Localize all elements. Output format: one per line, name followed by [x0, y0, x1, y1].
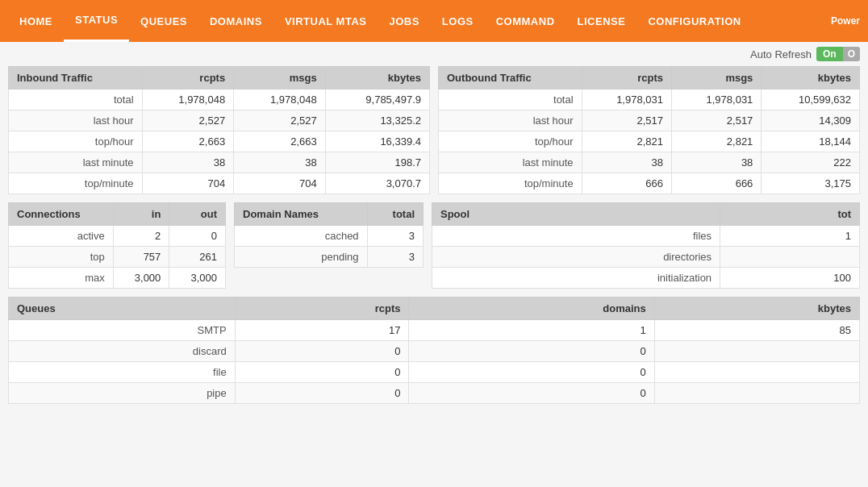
table-cell: 3	[367, 247, 423, 268]
table-row: last hour2,5172,51714,309	[439, 110, 860, 131]
table-cell: last minute	[439, 152, 582, 173]
table-cell: 100	[720, 268, 860, 289]
table-cell	[654, 383, 859, 404]
table-cell: SMTP	[9, 320, 236, 341]
table-cell: 1,978,048	[234, 89, 326, 110]
auto-refresh-off[interactable]: O	[843, 47, 860, 61]
table-cell: 2	[113, 226, 169, 247]
table-cell: 0	[235, 383, 409, 404]
table-cell: 38	[234, 152, 326, 173]
table-cell: top/hour	[439, 131, 582, 152]
table-row: cached3	[235, 226, 424, 247]
connections-wrapper: Connectionsinout active20top757261max3,0…	[8, 202, 226, 289]
table-row: discard00	[9, 341, 860, 362]
table-cell: 38	[142, 152, 234, 173]
col-header: tot	[720, 203, 860, 226]
table-cell: 14,309	[762, 110, 860, 131]
table-row: last minute3838222	[439, 152, 860, 173]
col-header: kbytes	[654, 298, 859, 320]
auto-refresh-on[interactable]: On	[816, 47, 843, 61]
table-cell: total	[439, 89, 582, 110]
table-cell: 0	[409, 362, 654, 383]
table-cell: 198.7	[325, 152, 429, 173]
table-cell: 704	[234, 173, 326, 194]
power-label[interactable]: Power	[831, 15, 860, 27]
inbound-traffic-wrapper: Inbound Trafficrcptsmsgskbytes total1,97…	[8, 66, 430, 194]
table-row: pipe00	[9, 383, 860, 404]
table-cell: 704	[142, 173, 234, 194]
col-header: kbytes	[325, 67, 429, 89]
col-header: rcpts	[142, 67, 234, 89]
col-header: rcpts	[235, 298, 409, 320]
table-row: pending3	[235, 247, 424, 268]
queues-table: Queuesrcptsdomainskbytes SMTP17185discar…	[8, 297, 860, 404]
auto-refresh-label: Auto Refresh	[750, 48, 812, 60]
nav-item-home[interactable]: HOME	[8, 0, 64, 42]
nav-item-queues[interactable]: QUEUES	[129, 0, 198, 42]
table-row: SMTP17185	[9, 320, 860, 341]
nav-item-logs[interactable]: LOGS	[431, 0, 485, 42]
table-cell: 666	[671, 173, 761, 194]
table-row: max3,0003,000	[9, 268, 226, 289]
table-cell: 0	[169, 226, 226, 247]
col-header: out	[169, 203, 226, 226]
table-cell: last minute	[9, 152, 143, 173]
table-cell: last hour	[9, 110, 143, 131]
main-content: Inbound Trafficrcptsmsgskbytes total1,97…	[0, 66, 868, 420]
table-row: top757261	[9, 247, 226, 268]
nav-item-command[interactable]: COMMAND	[485, 0, 566, 42]
table-row: directories	[432, 247, 860, 268]
table-cell	[720, 247, 860, 268]
table-row: active20	[9, 226, 226, 247]
table-cell: 17	[235, 320, 409, 341]
table-cell: initialization	[432, 268, 720, 289]
nav-item-jobs[interactable]: JOBS	[378, 0, 430, 42]
table-cell: 2,517	[671, 110, 761, 131]
col-header: Queues	[9, 298, 236, 320]
nav-item-license[interactable]: LICENSE	[566, 0, 637, 42]
table-cell: 9,785,497.9	[325, 89, 429, 110]
domain-names-wrapper: Domain Namestotal cached3pending3	[234, 202, 424, 289]
nav-item-configuration[interactable]: CONFIGURATION	[636, 0, 752, 42]
connections-table: Connectionsinout active20top757261max3,0…	[8, 202, 226, 289]
col-header: Spool	[432, 203, 720, 226]
col-header: Outbound Traffic	[439, 67, 582, 89]
table-cell: 2,517	[582, 110, 671, 131]
table-cell: 666	[582, 173, 671, 194]
table-row: total1,978,0481,978,0489,785,497.9	[9, 89, 430, 110]
table-cell: 222	[762, 152, 860, 173]
connections-row: Connectionsinout active20top757261max3,0…	[8, 202, 860, 289]
table-cell: top/minute	[9, 173, 143, 194]
table-cell: total	[9, 89, 143, 110]
auto-refresh-bar: Auto Refresh On O	[0, 42, 868, 66]
table-cell: active	[9, 226, 114, 247]
navbar: HOMESTATUSQUEUESDOMAINSVIRTUAL MTASJOBSL…	[0, 0, 868, 42]
table-cell: 18,144	[762, 131, 860, 152]
table-cell: 3,070.7	[325, 173, 429, 194]
table-cell: 0	[235, 341, 409, 362]
table-cell: 3,175	[762, 173, 860, 194]
col-header: Domain Names	[235, 203, 368, 226]
table-cell: file	[9, 362, 236, 383]
table-cell: 2,527	[142, 110, 234, 131]
table-cell: directories	[432, 247, 720, 268]
nav-item-virtual-mtas[interactable]: VIRTUAL MTAS	[273, 0, 378, 42]
table-cell: top	[9, 247, 114, 268]
table-cell: 38	[582, 152, 671, 173]
table-cell: top/hour	[9, 131, 143, 152]
table-row: initialization100	[432, 268, 860, 289]
table-cell: 261	[169, 247, 226, 268]
table-cell: 10,599,632	[762, 89, 860, 110]
table-row: files1	[432, 226, 860, 247]
table-cell: 757	[113, 247, 169, 268]
table-cell: 1,978,031	[582, 89, 671, 110]
domain-names-table: Domain Namestotal cached3pending3	[234, 202, 424, 268]
table-cell: 2,663	[142, 131, 234, 152]
table-cell: 1,978,048	[142, 89, 234, 110]
table-row: top/hour2,8212,82118,144	[439, 131, 860, 152]
nav-item-status[interactable]: STATUS	[64, 0, 129, 42]
nav-item-domains[interactable]: DOMAINS	[198, 0, 273, 42]
table-cell: 2,821	[582, 131, 671, 152]
col-header: Inbound Traffic	[9, 67, 143, 89]
table-cell: 2,663	[234, 131, 326, 152]
